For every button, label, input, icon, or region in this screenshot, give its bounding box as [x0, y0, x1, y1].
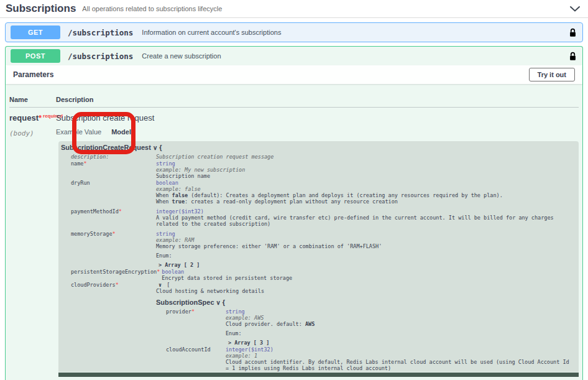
- model-desc-line: When false (default): Creates a deployme…: [156, 192, 574, 198]
- property-name: memoryStorage*: [71, 231, 154, 237]
- model-type-line: integer($int32): [226, 346, 574, 353]
- model-array-toggle[interactable]: >Array [ 3 ]: [226, 340, 574, 346]
- required-star: *: [116, 282, 119, 288]
- tag-title: Subscriptions: [6, 2, 76, 15]
- property-name: name*: [71, 160, 154, 167]
- model-title-SubscriptionSpec[interactable]: SubscriptionSpec∨{: [156, 299, 574, 307]
- required-star: *: [83, 160, 86, 167]
- model-type-line: string: [156, 160, 574, 167]
- model-gap-line: [156, 205, 574, 208]
- property-value: ∨ [Cloud hosting & networking detailsSub…: [156, 282, 574, 372]
- property-name: cloudAccountId: [166, 346, 224, 353]
- parameter-description-cell: Subscription create request Example Valu…: [56, 113, 579, 377]
- chevron-down-icon: ∨: [153, 144, 157, 151]
- property-name: dryRun: [71, 180, 154, 186]
- opblock-get-subscriptions: GET /subscriptions Information on curren…: [5, 22, 583, 42]
- property-name: persistentStorageEncryption*: [71, 269, 160, 275]
- required-star: *: [39, 113, 42, 123]
- open-brace: {: [159, 144, 162, 151]
- parameter-description: Subscription create request: [56, 113, 579, 123]
- model-desc-line: Memory storage preference: either 'RAM' …: [156, 243, 574, 249]
- parameter-location: (body): [9, 129, 56, 137]
- required-star: *: [191, 308, 195, 315]
- model-properties: description:Subscription creation reques…: [71, 154, 574, 372]
- lock-icon: [569, 52, 576, 61]
- property-name: cloudProviders*: [71, 282, 154, 288]
- model-property-row: dryRunbooleanexample: falseWhen false (d…: [71, 180, 574, 208]
- model-example-line: example: RAM: [156, 237, 574, 243]
- chevron-down-icon[interactable]: [569, 6, 581, 12]
- parameters-body: Name Description request*required (body)…: [6, 84, 582, 377]
- model-tabs: Example Value Model: [56, 128, 579, 136]
- model-title-text: SubscriptionSpec: [156, 299, 214, 306]
- column-header-name: Name: [9, 96, 56, 103]
- parameters-header-label: Parameters: [13, 70, 53, 79]
- property-value: integer($int32)A valid payment method (c…: [156, 208, 574, 230]
- model-property-row: paymentMethodId*integer($int32)A valid p…: [71, 208, 574, 230]
- model-enum-line: Enum:: [156, 253, 574, 259]
- auth-lock-button[interactable]: [568, 27, 577, 39]
- model-array-open-toggle[interactable]: ∨ [: [156, 282, 574, 288]
- required-star: *: [157, 269, 160, 275]
- model-type-line: string: [156, 231, 574, 237]
- model-example-line: example: My new subscription: [156, 167, 574, 173]
- model-box: SubscriptionCreateRequest∨{description:S…: [58, 141, 579, 372]
- model-desc-line: Cloud account identifier. By default, Re…: [226, 359, 574, 371]
- tag-header-subscriptions[interactable]: Subscriptions All operations related to …: [0, 0, 588, 18]
- property-value: booleanexample: falseWhen false (default…: [156, 180, 574, 208]
- endpoint-path: /subscriptions: [68, 52, 133, 61]
- method-badge-get: GET: [11, 25, 60, 39]
- opblock-summary-get[interactable]: GET /subscriptions Information on curren…: [6, 23, 582, 42]
- column-header-description: Description: [56, 96, 579, 103]
- model-type-line: integer($int32): [156, 208, 574, 215]
- model-example-line: example: AWS: [226, 315, 574, 321]
- model-title-text: SubscriptionCreateRequest: [61, 144, 151, 151]
- model-type-line: string: [226, 308, 574, 315]
- tag-subtitle: All operations related to subscriptions …: [82, 5, 222, 12]
- endpoint-path: /subscriptions: [68, 28, 133, 37]
- model-array-toggle[interactable]: >Array [ 2 ]: [156, 262, 574, 268]
- opblock-summary-post[interactable]: POST /subscriptions Create a new subscri…: [6, 47, 582, 65]
- chevron-down-icon: ∨: [158, 282, 162, 288]
- endpoint-summary: Information on current account's subscri…: [142, 29, 281, 36]
- model-property-row: name*stringexample: My new subscriptionS…: [71, 160, 574, 179]
- model-example-line: example: 1: [226, 353, 574, 359]
- method-badge-post: POST: [11, 49, 60, 63]
- model-property-row: persistentStorageEncryption*booleanEncry…: [71, 269, 574, 281]
- chevron-right-icon: >: [158, 262, 162, 268]
- endpoint-summary: Create a new subscription: [142, 52, 221, 60]
- parameter-name-cell: request*required (body): [9, 113, 56, 377]
- model-desc-line: Cloud hosting & networking details: [156, 288, 574, 294]
- swagger-ui-page: Subscriptions All operations related to …: [0, 0, 588, 380]
- parameter-row-request: request*required (body) Subscription cre…: [9, 108, 579, 377]
- opblock-post-subscriptions: POST /subscriptions Create a new subscri…: [5, 46, 583, 380]
- parameter-name: request*required: [9, 113, 56, 123]
- try-it-out-button[interactable]: Try it out: [529, 68, 575, 81]
- property-name: provider*: [166, 308, 224, 315]
- lock-icon: [569, 28, 576, 37]
- model-example-line: example: false: [156, 186, 574, 192]
- model-title-SubscriptionCreateRequest[interactable]: SubscriptionCreateRequest∨{: [61, 144, 574, 152]
- model-property-row: cloudProviders*∨ [Cloud hosting & networ…: [71, 282, 574, 372]
- chevron-down-icon: ∨: [216, 299, 221, 306]
- model-property-row: description:Subscription creation reques…: [71, 154, 574, 160]
- model-desc-line: A valid payment method (credit card, wir…: [156, 215, 574, 227]
- property-value: integer($int32)example: 1Cloud account i…: [226, 346, 574, 371]
- tab-example-value[interactable]: Example Value: [56, 128, 101, 136]
- model-property-row: cloudAccountIdinteger($int32)example: 1C…: [166, 346, 574, 371]
- tab-model[interactable]: Model: [111, 128, 131, 136]
- model-desc-line: Subscription name: [156, 173, 574, 179]
- model-example-line: Subscription creation request message: [156, 154, 574, 160]
- property-name: description:: [71, 154, 154, 160]
- model-gap-line: [156, 294, 574, 297]
- model-desc-line: When true: creates a read-only deploymen…: [156, 198, 574, 205]
- parameters-table-header: Name Description: [9, 84, 579, 108]
- model-properties: provider*stringexample: AWSCloud provide…: [166, 308, 574, 371]
- chevron-right-icon: >: [228, 340, 231, 346]
- property-value: stringexample: RAMMemory storage prefere…: [156, 231, 574, 268]
- model-desc-line: Encrypt data stored in persistent storag…: [162, 275, 574, 281]
- model-gap-line: [156, 227, 574, 230]
- model-property-row: memoryStorage*stringexample: RAMMemory s…: [71, 231, 574, 268]
- parameters-section-header: Parameters Try it out: [6, 65, 582, 84]
- auth-lock-button[interactable]: [568, 50, 577, 62]
